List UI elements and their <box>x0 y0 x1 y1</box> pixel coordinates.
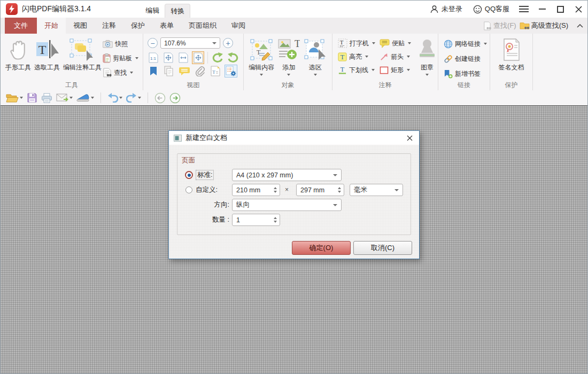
open-file-button[interactable] <box>6 93 23 103</box>
add-bookmark-button[interactable]: 新增书签 <box>444 68 484 80</box>
rotate-right-button[interactable] <box>227 52 239 64</box>
tab-view[interactable]: 视图 <box>66 18 95 34</box>
sign-document-button[interactable]: 签名文档 <box>493 36 529 73</box>
scanner-button[interactable] <box>76 94 94 102</box>
add-object-button[interactable]: T 添加 <box>276 36 301 77</box>
save-button[interactable] <box>27 92 37 103</box>
attachments-button[interactable] <box>194 65 206 77</box>
cancel-button[interactable]: 取消(C) <box>353 241 412 255</box>
dialog-close-button[interactable] <box>405 133 414 143</box>
group-view: − 107.6% + 1:1 <box>143 34 243 90</box>
unit-combobox[interactable]: 毫米 <box>350 184 403 196</box>
redo-button[interactable] <box>126 93 141 103</box>
height-down-icon[interactable] <box>338 191 341 193</box>
mode-tab-convert[interactable]: 转换 <box>165 4 190 18</box>
paper-size-combobox[interactable]: A4 (210 x 297 mm) <box>232 169 342 181</box>
edit-annotation-tool-button[interactable]: 编辑注释工具 <box>61 36 103 73</box>
comments-panel-button[interactable] <box>179 65 190 77</box>
email-button[interactable] <box>56 94 73 102</box>
fit-visible-button[interactable] <box>192 52 204 64</box>
zoom-level-combobox[interactable]: 107.6% <box>160 37 220 49</box>
quantity-down-icon[interactable] <box>274 221 277 223</box>
actual-size-button[interactable]: 1:1 <box>148 52 159 64</box>
rotate-left-button[interactable] <box>212 52 223 64</box>
underline-button[interactable]: T 下划线 <box>338 64 375 76</box>
custom-height-spinner[interactable]: 297 mm <box>296 184 344 196</box>
selection-icon <box>304 37 327 62</box>
find-button-top[interactable]: 查找(F) <box>483 21 516 30</box>
smiley-icon <box>473 5 482 14</box>
tab-review[interactable]: 审阅 <box>224 18 253 34</box>
maximize-button[interactable] <box>551 1 569 18</box>
svg-text:T: T <box>38 43 47 57</box>
width-up-icon[interactable] <box>274 187 277 189</box>
new-blank-document-dialog: 新建空白文档 页面 标准: A4 (210 x 297 mm) <box>168 130 420 259</box>
bookmark-panel-button[interactable] <box>148 65 159 77</box>
dialog-titlebar: 新建空白文档 <box>169 131 419 145</box>
tab-comment[interactable]: 注释 <box>95 18 123 34</box>
tab-file[interactable]: 文件 <box>5 18 37 34</box>
arrow-dropdown-icon <box>407 56 410 58</box>
tab-form[interactable]: 表单 <box>152 18 181 34</box>
quantity-label: 数量 : <box>177 214 229 226</box>
edit-annotation-icon <box>68 37 96 62</box>
mode-tab-edit[interactable]: 编辑 <box>140 4 165 18</box>
typewriter-button[interactable]: T 打字机 <box>338 37 375 49</box>
edit-content-button[interactable]: T 编辑内容 <box>247 36 276 77</box>
fit-width-button[interactable] <box>177 52 189 64</box>
settings-button[interactable] <box>225 65 237 77</box>
width-down-icon[interactable] <box>274 191 277 193</box>
collapse-ribbon-button[interactable] <box>577 24 583 28</box>
standard-label[interactable]: 标准: <box>196 170 213 180</box>
select-tool-button[interactable]: T 选取工具 <box>33 36 61 73</box>
zoom-in-button[interactable]: + <box>223 38 233 48</box>
zoom-out-button[interactable]: − <box>148 38 158 48</box>
stamp-button[interactable]: 图章 <box>415 36 439 77</box>
ok-button[interactable]: 确定(O) <box>292 241 351 255</box>
tab-home[interactable]: 开始 <box>37 18 66 34</box>
print-button[interactable] <box>41 93 52 103</box>
close-button[interactable] <box>569 1 587 18</box>
custom-label: 自定义: <box>196 185 218 194</box>
quantity-up-icon[interactable] <box>274 217 277 219</box>
login-button[interactable]: 未登录 <box>424 1 468 18</box>
quantity-spinner[interactable]: 1 <box>232 214 280 226</box>
custom-radio[interactable] <box>185 186 192 193</box>
hand-icon <box>8 37 28 62</box>
certificate-icon <box>502 37 521 62</box>
arrow-button[interactable]: 箭头 <box>380 51 411 63</box>
page-thumbnails-button[interactable] <box>163 65 175 77</box>
previous-view-button[interactable] <box>154 92 166 104</box>
undo-dropdown-icon <box>119 97 122 99</box>
undo-button[interactable] <box>107 93 122 103</box>
find-button[interactable]: 查找 <box>103 67 138 79</box>
clipboard-button[interactable]: 剪贴板 <box>103 52 138 64</box>
selection-dropdown-icon <box>314 74 317 76</box>
minimize-button[interactable] <box>533 1 551 18</box>
web-link-button[interactable]: 网络链接 <box>444 38 484 50</box>
svg-text:1:1: 1:1 <box>150 56 156 61</box>
hand-tool-button[interactable]: 手形工具 <box>4 36 33 73</box>
rectangle-icon <box>380 66 389 74</box>
group-comment: T 打字机 便贴 T 高亮 <box>332 34 438 90</box>
text-properties-button[interactable]: T <box>210 65 221 77</box>
tab-protect[interactable]: 保护 <box>123 18 152 34</box>
custom-width-spinner[interactable]: 210 mm <box>232 184 280 196</box>
next-view-button[interactable] <box>169 92 181 104</box>
fit-page-button[interactable] <box>163 52 174 64</box>
snapshot-button[interactable]: 快照 <box>103 38 138 50</box>
svg-text:T: T <box>341 66 345 73</box>
advanced-find-button[interactable]: 高级查找(S) <box>520 21 568 30</box>
selection-button[interactable]: 选区 <box>302 36 329 77</box>
highlight-button[interactable]: T 高亮 <box>338 51 375 63</box>
sticky-note-button[interactable]: 便贴 <box>380 37 411 49</box>
rectangle-button[interactable]: 矩形 <box>380 64 411 76</box>
orientation-combobox[interactable]: 纵向 <box>232 199 342 211</box>
tab-page-organize[interactable]: 页面组织 <box>181 18 224 34</box>
sticky-dropdown-icon <box>408 42 411 44</box>
qq-support-button[interactable]: QQ客服 <box>468 1 515 18</box>
height-up-icon[interactable] <box>338 187 341 189</box>
menu-button[interactable] <box>515 1 533 18</box>
standard-radio[interactable] <box>185 171 193 179</box>
create-link-button[interactable]: 创建链接 <box>444 53 484 65</box>
